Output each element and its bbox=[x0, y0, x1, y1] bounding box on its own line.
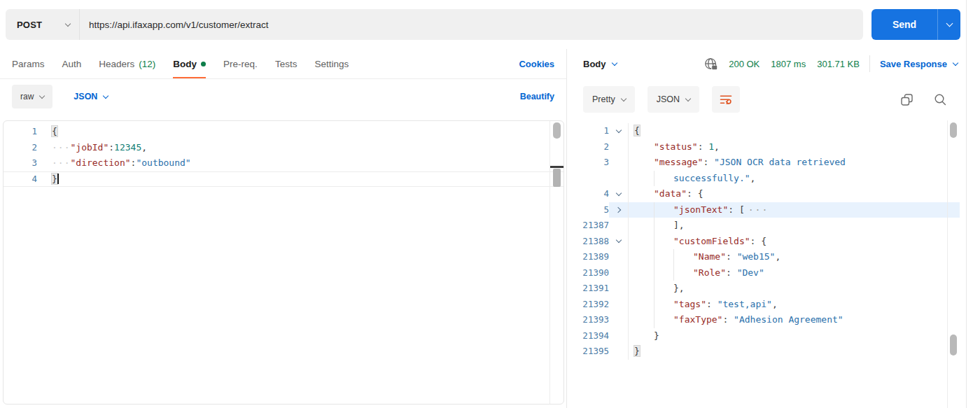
line-number: 21394 bbox=[568, 328, 609, 344]
fold-spacer bbox=[609, 312, 628, 328]
code-line: 1{ bbox=[568, 123, 960, 139]
fold-toggle-icon[interactable] bbox=[609, 234, 628, 250]
copy-icon[interactable] bbox=[901, 94, 913, 106]
code-token: "test,api" bbox=[718, 299, 772, 309]
code-content: "status": 1, bbox=[628, 139, 960, 155]
code-token: "Adhesion Agreement" bbox=[734, 314, 844, 325]
globe-lock-icon[interactable] bbox=[704, 57, 719, 71]
api-client-window: POST https://api.ifaxapp.com/v1/customer… bbox=[0, 0, 980, 408]
code-token: : bbox=[726, 251, 737, 262]
tab-params[interactable]: Params bbox=[12, 49, 45, 78]
code-content: "faxType": "Adhesion Agreement" bbox=[628, 312, 960, 328]
line-number: 21393 bbox=[568, 312, 609, 328]
beautify-link[interactable]: Beautify bbox=[520, 92, 554, 101]
response-size[interactable]: 301.71 KB bbox=[817, 59, 860, 69]
indent-guide bbox=[673, 249, 674, 265]
format-dropdown[interactable]: Pretty bbox=[583, 86, 635, 113]
tab-body[interactable]: Body bbox=[173, 49, 206, 78]
send-options-button[interactable] bbox=[937, 9, 960, 40]
body-type-dropdown[interactable]: raw bbox=[12, 85, 52, 108]
request-body-editor[interactable]: 1{2···"jobId":12345,3···"direction":"out… bbox=[3, 120, 564, 405]
text-cursor bbox=[57, 174, 59, 184]
tab-settings[interactable]: Settings bbox=[314, 49, 349, 78]
fold-toggle-icon[interactable] bbox=[609, 186, 628, 202]
cursor-position-marker bbox=[550, 166, 564, 168]
indent-guide bbox=[654, 281, 654, 297]
response-time[interactable]: 1807 ms bbox=[771, 59, 806, 69]
code-token: ] bbox=[673, 220, 679, 230]
code-token: , bbox=[679, 220, 685, 230]
fold-toggle-icon[interactable] bbox=[609, 202, 628, 218]
code-token: "message" bbox=[654, 157, 703, 167]
code-token: { bbox=[761, 236, 766, 246]
wrap-line-button[interactable] bbox=[712, 86, 740, 113]
code-token: : bbox=[722, 314, 734, 325]
fold-toggle-icon[interactable] bbox=[609, 123, 628, 139]
code-token: [ bbox=[739, 204, 745, 215]
code-token: "Dev" bbox=[737, 267, 764, 278]
response-toolbar: Pretty JSON bbox=[568, 85, 966, 113]
line-number: 4 bbox=[4, 171, 37, 188]
status-badge[interactable]: 200 OK bbox=[729, 59, 760, 69]
code-content: ···"jobId":12345, bbox=[52, 140, 564, 156]
line-number: 21389 bbox=[568, 249, 609, 265]
save-response-button[interactable]: Save Response bbox=[880, 59, 958, 69]
scrollbar-thumb[interactable] bbox=[950, 122, 957, 138]
line-number: 1 bbox=[4, 124, 37, 140]
scrollbar-thumb[interactable] bbox=[553, 169, 561, 187]
response-body-viewer[interactable]: 1{2"status": 1,3"message": "JSON OCR dat… bbox=[568, 120, 966, 408]
code-line: 21389"Name": "web15", bbox=[568, 249, 960, 265]
fold-spacer bbox=[609, 155, 628, 171]
code-line: 21394} bbox=[568, 328, 960, 344]
fold-spacer bbox=[609, 171, 628, 187]
line-number: 3 bbox=[568, 155, 609, 171]
code-line: 21392"tags": "test,api", bbox=[568, 297, 960, 313]
response-language-dropdown[interactable]: JSON bbox=[648, 86, 699, 113]
cookies-link[interactable]: Cookies bbox=[519, 59, 554, 69]
url-input[interactable]: https://api.ifaxapp.com/v1/customer/extr… bbox=[80, 20, 269, 30]
code-line: 21393"faxType": "Adhesion Agreement" bbox=[568, 312, 960, 328]
code-token: "outbound" bbox=[136, 157, 190, 168]
scrollbar-thumb[interactable] bbox=[950, 335, 957, 356]
code-token: "JSON OCR data retrieved bbox=[714, 157, 846, 167]
code-content: } bbox=[52, 171, 564, 188]
code-token: , bbox=[750, 173, 756, 183]
code-token: , bbox=[772, 299, 778, 309]
code-line: 21387], bbox=[568, 218, 960, 234]
code-token: } bbox=[654, 330, 659, 341]
code-token: 1 bbox=[708, 141, 714, 152]
code-token: : bbox=[703, 157, 714, 167]
line-number: 21390 bbox=[568, 265, 609, 281]
tab-tests[interactable]: Tests bbox=[275, 49, 298, 78]
line-number: 21392 bbox=[568, 297, 609, 313]
search-icon[interactable] bbox=[934, 93, 946, 106]
code-token: { bbox=[698, 188, 704, 199]
code-token: ··· bbox=[52, 142, 70, 153]
response-scrollbar-track bbox=[947, 120, 948, 408]
indent-guide bbox=[654, 202, 654, 218]
code-content: "jsonText": [··· bbox=[628, 202, 960, 218]
request-tabs: Params Auth Headers(12) Body Pre-req. Te… bbox=[0, 49, 566, 79]
response-view-dropdown[interactable]: Body bbox=[583, 59, 617, 69]
chevron-down-icon bbox=[65, 20, 71, 26]
tab-auth[interactable]: Auth bbox=[62, 49, 82, 78]
code-line: 21388"customFields": { bbox=[568, 234, 960, 250]
code-token: "status" bbox=[654, 141, 698, 152]
code-line: 2···"jobId":12345, bbox=[4, 140, 564, 156]
tab-headers[interactable]: Headers(12) bbox=[99, 49, 155, 78]
language-dropdown[interactable]: JSON bbox=[74, 92, 108, 101]
tab-pre-request[interactable]: Pre-req. bbox=[223, 49, 258, 78]
code-content: } bbox=[628, 328, 960, 344]
code-content: { bbox=[52, 124, 564, 140]
code-token: "tags" bbox=[673, 299, 706, 309]
send-button[interactable]: Send bbox=[872, 9, 937, 40]
line-number: 1 bbox=[568, 123, 609, 139]
request-panel: Params Auth Headers(12) Body Pre-req. Te… bbox=[0, 49, 567, 408]
fold-spacer bbox=[609, 265, 628, 281]
method-selector[interactable]: POST bbox=[6, 9, 80, 40]
fold-spacer bbox=[609, 297, 628, 313]
scrollbar-thumb[interactable] bbox=[553, 122, 561, 139]
indent-guide bbox=[654, 265, 654, 281]
code-content: "tags": "test,api", bbox=[628, 297, 960, 313]
code-token: "direction" bbox=[70, 157, 130, 168]
